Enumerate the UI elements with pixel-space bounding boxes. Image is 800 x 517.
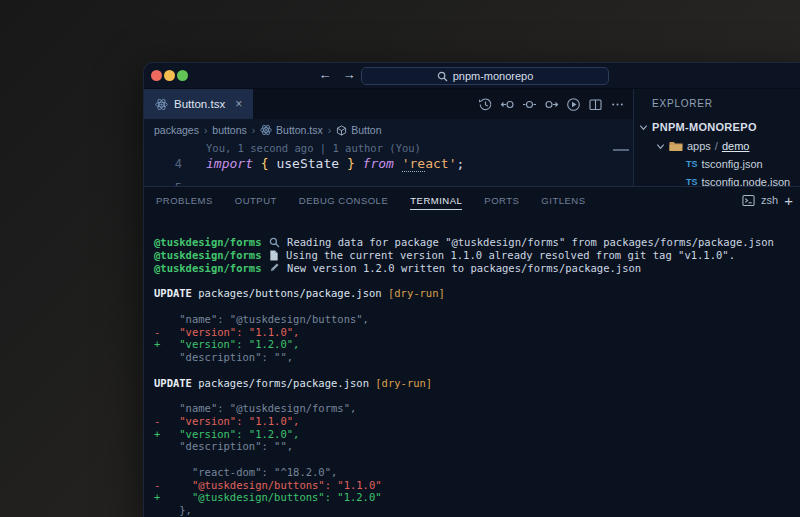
terminal-line: + "version": "1.2.0",: [154, 427, 774, 440]
terminal-line: @tuskdesign/forms Using the current vers…: [154, 249, 774, 262]
tree-item-tsconfig-node[interactable]: TS tsconfig.node.json: [686, 176, 790, 186]
chevron-down-icon: [656, 142, 665, 151]
breadcrumb-item-button-tsx[interactable]: Button.tsx: [260, 124, 323, 136]
terminal-text: "react-dom": "^18.2.0",: [154, 466, 337, 478]
terminal-line: },: [154, 504, 774, 517]
close-window-button[interactable]: [151, 70, 162, 81]
folder-path-separator: /: [715, 140, 718, 152]
document-icon: [268, 250, 280, 261]
terminal-line: [154, 364, 774, 377]
terminal-text: Using the current version 1.1.0 already …: [280, 249, 735, 261]
code-token: {: [261, 156, 269, 171]
breadcrumb-label: Button.tsx: [276, 124, 323, 136]
minimize-window-button[interactable]: [164, 70, 175, 81]
explorer-title: EXPLORER: [652, 98, 713, 109]
panel-tab-gitlens[interactable]: GITLENS: [541, 187, 585, 213]
next-change-icon[interactable]: [544, 97, 559, 112]
terminal-line: "description": "",: [154, 440, 774, 453]
tree-item-tsconfig[interactable]: TS tsconfig.json: [686, 158, 763, 170]
code-line: import { useState } from 'react';: [206, 156, 464, 171]
code-token: useState: [269, 156, 347, 171]
folder-icon: [669, 140, 683, 152]
terminal-text: + "@tuskdesign/buttons": "1.2.0": [154, 491, 382, 503]
compare-icon[interactable]: [522, 97, 537, 112]
folder-path-prefix: apps: [687, 140, 711, 152]
maximize-window-button[interactable]: [177, 70, 188, 81]
navigate-forward-button[interactable]: →: [340, 67, 358, 82]
editor-group: Button.tsx × packages›buttons›Button.tsx…: [144, 89, 633, 186]
git-blame-annotation: You, 1 second ago | 1 author (You): [206, 142, 421, 154]
explorer-root-folder[interactable]: PNPM-MONOREPO: [639, 121, 757, 133]
window-controls: [151, 70, 188, 81]
explorer-sidebar: EXPLORER PNPM-MONOREPO apps/demo TS tsco…: [633, 89, 800, 186]
code-token: [355, 156, 363, 171]
panel-tab-problems[interactable]: PROBLEMS: [156, 187, 213, 213]
line-number: 4: [158, 157, 182, 171]
react-icon: [155, 98, 168, 111]
terminal-icon: [742, 194, 755, 207]
code-token: 're: [402, 156, 425, 172]
terminal-text: [dry-run]: [375, 377, 432, 389]
code-editor[interactable]: You, 1 second ago | 1 author (You) 4 5 i…: [144, 141, 633, 186]
terminal-text: - "@tuskdesign/buttons": "1.1.0": [154, 479, 382, 491]
more-actions-icon[interactable]: [610, 97, 625, 112]
new-terminal-button[interactable]: +: [784, 192, 793, 209]
terminal-line: UPDATE packages/forms/package.json [dry-…: [154, 376, 774, 389]
previous-change-icon[interactable]: [500, 97, 515, 112]
terminal-text: New version 1.2.0 written to packages/fo…: [281, 262, 641, 274]
split-editor-icon[interactable]: [588, 97, 603, 112]
terminal-line: + "@tuskdesign/buttons": "1.2.0": [154, 491, 774, 504]
panel-tab-output[interactable]: OUTPUT: [235, 187, 277, 213]
chevron-down-icon: [639, 123, 648, 132]
search-icon: [437, 71, 448, 82]
navigate-back-button[interactable]: ←: [316, 67, 334, 82]
run-icon[interactable]: [566, 97, 581, 112]
code-token: }: [347, 156, 355, 171]
terminal-line: [154, 389, 774, 402]
terminal-text: + "version": "1.2.0",: [154, 338, 299, 350]
code-token: act': [425, 156, 456, 171]
tree-item-apps-demo[interactable]: apps/demo: [656, 140, 749, 152]
breadcrumb-separator-icon: ›: [204, 125, 207, 136]
breadcrumb-separator-icon: ›: [252, 125, 255, 136]
terminal-line: [154, 274, 774, 287]
terminal-text: packages/buttons/package.json: [198, 287, 388, 299]
editor-actions-toolbar: [478, 89, 625, 119]
shell-label[interactable]: zsh: [761, 194, 778, 206]
code-token: [394, 156, 402, 171]
command-center-search[interactable]: pnpm-monorepo: [361, 67, 609, 85]
terminal-line: [154, 300, 774, 313]
terminal-line: - "version": "1.1.0",: [154, 415, 774, 428]
terminal-text: @tuskdesign/forms: [154, 262, 268, 274]
panel-tab-bar: PROBLEMSOUTPUTDEBUG CONSOLETERMINALPORTS…: [144, 187, 800, 213]
tab-button-tsx[interactable]: Button.tsx ×: [144, 89, 253, 119]
typescript-icon: TS: [686, 177, 698, 186]
close-tab-icon[interactable]: ×: [235, 97, 242, 111]
terminal-text: - "version": "1.1.0",: [154, 326, 299, 338]
terminal-line: "name": "@tuskdesign/buttons",: [154, 313, 774, 326]
terminal-line: @tuskdesign/forms Reading data for packa…: [154, 236, 774, 249]
terminal-output[interactable]: @tuskdesign/forms Reading data for packa…: [154, 236, 774, 517]
title-bar: ← → pnpm-monorepo: [144, 63, 800, 89]
panel-tab-terminal[interactable]: TERMINAL: [410, 187, 462, 213]
terminal-text: "name": "@tuskdesign/buttons",: [154, 313, 369, 325]
panel-tab-debug-console[interactable]: DEBUG CONSOLE: [299, 187, 388, 213]
editor-and-sidebar-row: Button.tsx × packages›buttons›Button.tsx…: [144, 89, 800, 186]
breadcrumb-separator-icon: ›: [328, 125, 331, 136]
terminal-text: "name": "@tuskdesign/forms",: [154, 402, 356, 414]
breadcrumb-item-packages[interactable]: packages: [154, 124, 199, 136]
terminal-line: "name": "@tuskdesign/forms",: [154, 402, 774, 415]
breadcrumb-item-button[interactable]: Button: [336, 124, 381, 136]
terminal-controls: zsh +: [742, 187, 793, 213]
terminal-text: packages/forms/package.json: [198, 377, 375, 389]
search-icon: [268, 237, 281, 248]
vscode-window: ← → pnpm-monorepo Button.ts: [143, 62, 800, 517]
terminal-text: + "version": "1.2.0",: [154, 428, 299, 440]
panel-tab-ports[interactable]: PORTS: [484, 187, 519, 213]
react-icon: [260, 124, 272, 136]
code-token: from: [363, 156, 394, 171]
breadcrumb-item-buttons[interactable]: buttons: [212, 124, 246, 136]
terminal-line: - "@tuskdesign/buttons": "1.1.0": [154, 478, 774, 491]
terminal-line: "react-dom": "^18.2.0",: [154, 466, 774, 479]
timeline-icon[interactable]: [478, 97, 493, 112]
